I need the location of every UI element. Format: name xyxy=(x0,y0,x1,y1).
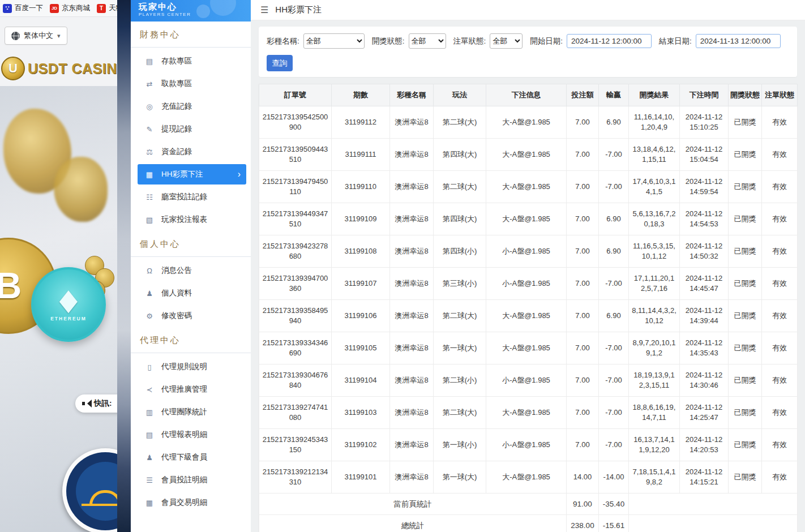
cell-bet-info: 小-A盤@1.985 xyxy=(486,364,567,397)
end-date-label: 結束日期: xyxy=(659,36,692,46)
column-header: 投注額 xyxy=(567,84,599,106)
sidebar-item[interactable]: ▦會員交易明細 xyxy=(131,491,251,514)
cell-lottery: 澳洲幸运8 xyxy=(390,300,434,332)
menu-toggle-icon[interactable]: ☰ xyxy=(260,5,268,15)
cell-bet-info: 大-A盤@1.985 xyxy=(486,332,567,364)
cell-order-no: 2152173139542500900 xyxy=(259,106,332,139)
cell-period: 31199104 xyxy=(332,364,390,397)
sidebar-item[interactable]: ♟個人資料 xyxy=(131,282,251,304)
sidebar-item-label: 代理下級會員 xyxy=(161,452,207,462)
page-title: HH彩票下注 xyxy=(275,5,322,15)
sidebar-item[interactable]: ▥代理團隊統計 xyxy=(131,401,251,423)
sidebar-item[interactable]: ▦HH彩票下注› xyxy=(138,164,246,185)
cell-result: 11,16,5,3,15,10,1,12 xyxy=(629,235,680,268)
cell-time: 2024-11-12 14:35:43 xyxy=(680,332,729,364)
cell-draw-status: 已開獎 xyxy=(729,139,762,171)
sidebar-item[interactable]: ◎充值記錄 xyxy=(131,95,251,118)
table-row: 215217313927474108031199103澳洲幸运8第二球(大)大-… xyxy=(259,397,798,429)
summary-empty xyxy=(629,494,798,515)
team-stats-icon: ▥ xyxy=(145,408,154,417)
column-header: 下注信息 xyxy=(486,84,567,106)
caret-down-icon: ▾ xyxy=(57,32,61,40)
sidebar-item[interactable]: ⚙修改密碼 xyxy=(131,304,251,327)
bookmark-item[interactable]: T天猫 xyxy=(97,3,117,13)
cell-order-no: 2152173139423278680 xyxy=(259,235,332,268)
cell-bet-info: 大-A盤@1.985 xyxy=(486,171,567,203)
lottery-bet-icon: ▦ xyxy=(145,170,154,179)
cell-win-loss: 6.90 xyxy=(599,203,629,235)
sidebar-item[interactable]: Ω消息公告 xyxy=(131,259,251,282)
cell-order-status: 有效 xyxy=(762,268,798,300)
jd-favicon: JD xyxy=(50,4,59,13)
sidebar-header: 玩家中心 PLAYERS CENTER xyxy=(131,0,251,22)
cell-win-loss: -7.00 xyxy=(599,139,629,171)
sidebar-item[interactable]: ✎提現記錄 xyxy=(131,118,251,140)
cell-play: 第四球(小) xyxy=(434,235,486,268)
ethereum-label: ETHEREUM xyxy=(50,316,87,321)
draw-status-select[interactable]: 全部 xyxy=(409,33,446,49)
table-row: 215217313933434669031199105澳洲幸运8第一球(大)大-… xyxy=(259,332,798,364)
cell-bet-info: 大-A盤@1.985 xyxy=(486,397,567,429)
funds-record-icon: ⚖ xyxy=(145,148,154,156)
search-button[interactable]: 查詢 xyxy=(267,55,293,71)
sidebar-item-label: 消息公告 xyxy=(161,265,192,276)
cell-win-loss: 6.90 xyxy=(599,300,629,332)
cell-order-status: 有效 xyxy=(762,106,798,139)
cell-time: 2024-11-12 14:39:44 xyxy=(680,300,729,332)
sidebar-item[interactable]: ≺代理推廣管理 xyxy=(131,378,251,401)
sidebar-item[interactable]: ▤存款專區 xyxy=(131,50,251,72)
cell-amount: 7.00 xyxy=(567,268,599,300)
column-header: 輸贏 xyxy=(599,84,629,106)
cell-result: 16,13,7,14,11,9,12,20 xyxy=(629,429,680,461)
sidebar-item[interactable]: ⚖資金記錄 xyxy=(131,140,251,163)
start-date-input[interactable] xyxy=(567,34,652,48)
end-date-input[interactable] xyxy=(696,34,781,48)
recharge-record-icon: ◎ xyxy=(145,102,154,111)
casino-logo: U USDT CASINO xyxy=(0,52,117,86)
cell-result: 8,9,7,20,10,19,1,2 xyxy=(629,332,680,364)
cell-result: 18,8,6,16,19,14,7,11 xyxy=(629,397,680,429)
sidebar-item[interactable]: ▯代理規則說明 xyxy=(131,355,251,378)
sidebar-item-label: 代理報表明細 xyxy=(161,430,207,440)
cell-period: 31199112 xyxy=(332,106,390,139)
column-header: 開獎結果 xyxy=(629,84,680,106)
sidebar-item[interactable]: ♟代理下級會員 xyxy=(131,446,251,469)
order-status-select[interactable]: 全部 xyxy=(490,33,523,49)
baidu-favicon: ∵ xyxy=(3,4,12,13)
sidebar-item[interactable]: ▤代理報表明細 xyxy=(131,423,251,446)
language-label: 繁体中文 xyxy=(24,31,53,41)
cell-win-loss: 6.90 xyxy=(599,235,629,268)
cell-order-status: 有效 xyxy=(762,171,798,203)
news-ticker: 快訊: xyxy=(75,394,117,413)
cell-draw-status: 已開獎 xyxy=(729,364,762,397)
cell-win-loss: -7.00 xyxy=(599,332,629,364)
cell-bet-info: 小-A盤@1.985 xyxy=(486,268,567,300)
gear-icon: ⚙ xyxy=(145,312,154,320)
sidebar-item[interactable]: ☰會員投註明細 xyxy=(131,469,251,491)
cell-draw-status: 已開獎 xyxy=(729,203,762,235)
sidebar-item-label: 修改密碼 xyxy=(161,311,192,321)
bookmark-item[interactable]: JD京东商城 xyxy=(50,3,90,13)
sidebar-item[interactable]: ⇄取款專區 xyxy=(131,72,251,95)
filter-panel: 彩種名稱: 全部 開獎狀態: 全部 注單狀態: 全部 開始日期: 結束日期: 查… xyxy=(259,27,797,77)
cell-period: 31199111 xyxy=(332,139,390,171)
sub-members-icon: ♟ xyxy=(145,453,154,462)
cell-play: 第一球(小) xyxy=(434,429,486,461)
cell-amount: 7.00 xyxy=(567,139,599,171)
column-header: 開獎狀態 xyxy=(729,84,762,106)
ethereum-coin: ◆ ETHEREUM xyxy=(31,267,106,342)
casino-logo-text: USDT CASINO xyxy=(28,61,117,77)
sidebar-item[interactable]: ☷廳室投註記錄 xyxy=(131,186,251,208)
lottery-name-select[interactable]: 全部 xyxy=(303,33,365,49)
lottery-name-label: 彩種名稱: xyxy=(267,36,299,46)
cell-order-no: 2152173139509443510 xyxy=(259,139,332,171)
cell-period: 31199103 xyxy=(332,397,390,429)
sidebar-section-title: 代理中心 xyxy=(131,327,251,353)
site-top-zone: 繁体中文 ▾ xyxy=(0,17,117,52)
cell-order-status: 有效 xyxy=(762,461,798,494)
cell-lottery: 澳洲幸运8 xyxy=(390,364,434,397)
language-selector[interactable]: 繁体中文 ▾ xyxy=(5,27,67,45)
cell-result: 18,19,13,9,12,3,15,11 xyxy=(629,364,680,397)
bookmark-item[interactable]: ∵百度一下 xyxy=(3,3,43,13)
sidebar-item[interactable]: ▧玩家投注報表 xyxy=(131,208,251,231)
